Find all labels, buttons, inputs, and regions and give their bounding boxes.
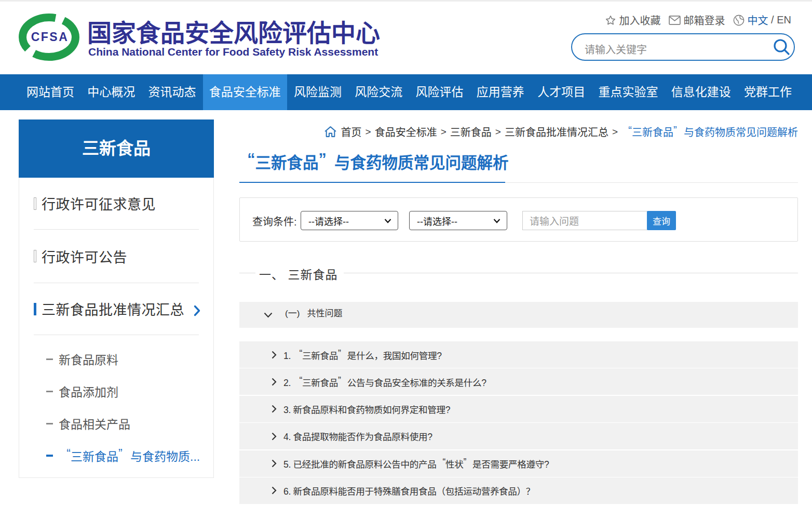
svg-text:CFSA: CFSA — [31, 30, 69, 44]
